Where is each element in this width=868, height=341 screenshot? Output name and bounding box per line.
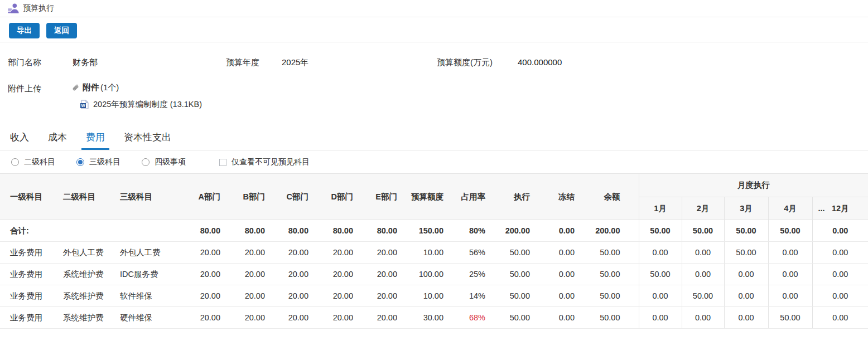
cell: 0.00 bbox=[768, 264, 812, 285]
table-row: 业务费用系统维护费软件维保20.0020.0020.0020.0020.0010… bbox=[0, 285, 868, 307]
cell: 0.00 bbox=[812, 264, 868, 285]
cell: 50.00 bbox=[639, 220, 682, 242]
cell: 系统维护费 bbox=[57, 285, 114, 307]
checkbox-label: 仅查看不可见预见科目 bbox=[232, 157, 310, 167]
cell: 150.00 bbox=[404, 220, 450, 242]
cell: 20.00 bbox=[315, 307, 360, 329]
cell: 50.00 bbox=[581, 264, 639, 285]
cell: 50.00 bbox=[682, 285, 724, 307]
cell: IDC服务费 bbox=[114, 264, 179, 285]
cell: 20.00 bbox=[315, 285, 360, 307]
cell: 200.00 bbox=[581, 220, 639, 242]
cell: 20.00 bbox=[360, 307, 404, 329]
paperclip-icon bbox=[71, 84, 80, 92]
col-level2-subject: 二级科目 bbox=[57, 174, 114, 220]
col-month-1: 1月 bbox=[639, 197, 682, 220]
cell: 50.00 bbox=[492, 307, 537, 329]
radio-level4-item[interactable]: 四级事项 bbox=[142, 157, 186, 167]
cell: 80.00 bbox=[315, 220, 360, 242]
cell: 20.00 bbox=[272, 285, 315, 307]
radio-level3-subject[interactable]: 三级科目 bbox=[76, 157, 120, 167]
cell: 20.00 bbox=[227, 285, 272, 307]
col-budget-amount: 预算额度 bbox=[404, 174, 450, 220]
budget-table: 一级科目 二级科目 三级科目 A部门 B部门 C部门 D部门 E部门 预算额度 … bbox=[0, 173, 868, 329]
cell: 50.00 bbox=[724, 242, 768, 264]
table-body: 合计:80.0080.0080.0080.0080.00150.0080%200… bbox=[0, 220, 868, 329]
cell: 20.00 bbox=[272, 242, 315, 264]
svg-text:W: W bbox=[81, 103, 85, 108]
cell bbox=[57, 220, 114, 242]
category-tabbar: 收入 成本 费用 资本性支出 bbox=[0, 124, 868, 150]
cell: 0.00 bbox=[639, 307, 682, 329]
cell: 20.00 bbox=[227, 307, 272, 329]
detail-form: 部门名称 财务部 预算年度 2025年 预算额度(万元) 400.000000 … bbox=[0, 42, 868, 124]
cell: 外包人工费 bbox=[114, 242, 179, 264]
cell: 外包人工费 bbox=[57, 242, 114, 264]
cell: 80% bbox=[450, 220, 492, 242]
tab-income[interactable]: 收入 bbox=[6, 131, 33, 150]
cell: 0.00 bbox=[639, 285, 682, 307]
cell: 系统维护费 bbox=[57, 307, 114, 329]
cell: 14% bbox=[450, 285, 492, 307]
back-button[interactable]: 返回 bbox=[46, 23, 77, 38]
cell: 25% bbox=[450, 264, 492, 285]
col-month-12: ... 12月 bbox=[812, 197, 868, 220]
table-row: 业务费用系统维护费IDC服务费20.0020.0020.0020.0020.00… bbox=[0, 264, 868, 285]
cell: 0.00 bbox=[537, 307, 581, 329]
attachment-upload-label: 附件上传 bbox=[8, 84, 41, 94]
export-button[interactable]: 导出 bbox=[9, 23, 40, 38]
cell: 50.00 bbox=[581, 242, 639, 264]
tab-capital-expenditure[interactable]: 资本性支出 bbox=[119, 131, 176, 150]
tab-expense[interactable]: 费用 bbox=[81, 131, 109, 150]
cell: 0.00 bbox=[768, 285, 812, 307]
cell: 20.00 bbox=[272, 307, 315, 329]
attachment-count: (1个) bbox=[100, 82, 119, 93]
cell: 20.00 bbox=[315, 242, 360, 264]
cell: 50.00 bbox=[492, 242, 537, 264]
cell: 20.00 bbox=[179, 264, 227, 285]
cell: 50.00 bbox=[768, 307, 812, 329]
cell: 100.00 bbox=[404, 264, 450, 285]
table-row: 业务费用系统维护费硬件维保20.0020.0020.0020.0020.0030… bbox=[0, 307, 868, 329]
attachment-summary[interactable]: 附件(1个) bbox=[71, 82, 119, 93]
table-row: 业务费用外包人工费外包人工费20.0020.0020.0020.0020.001… bbox=[0, 242, 868, 264]
table-header: 一级科目 二级科目 三级科目 A部门 B部门 C部门 D部门 E部门 预算额度 … bbox=[0, 174, 868, 220]
attachment-file-link[interactable]: W 2025年预算编制制度 (13.1KB) bbox=[80, 99, 202, 110]
col-month-4: 4月 bbox=[768, 197, 812, 220]
dept-name-value: 财务部 bbox=[73, 57, 98, 68]
radio-label: 三级科目 bbox=[89, 157, 120, 167]
cell: 50.00 bbox=[492, 264, 537, 285]
cell bbox=[114, 220, 179, 242]
person-icon bbox=[7, 2, 20, 14]
radio-icon bbox=[142, 158, 150, 166]
radio-label: 二级科目 bbox=[24, 157, 55, 167]
col-occupancy-rate: 占用率 bbox=[450, 174, 492, 220]
months-ellipsis: ... bbox=[818, 204, 825, 213]
radio-level2-subject[interactable]: 二级科目 bbox=[11, 157, 55, 167]
cell: 50.00 bbox=[682, 220, 724, 242]
cell: 50.00 bbox=[581, 307, 639, 329]
tab-cost[interactable]: 成本 bbox=[44, 131, 71, 150]
cell: 0.00 bbox=[639, 242, 682, 264]
cell: 80.00 bbox=[360, 220, 404, 242]
cell: 业务费用 bbox=[0, 264, 57, 285]
budget-year-label: 预算年度 bbox=[226, 57, 259, 68]
cell: 10.00 bbox=[404, 242, 450, 264]
cell: 0.00 bbox=[537, 242, 581, 264]
col-balance: 余额 bbox=[581, 174, 639, 220]
cell: 0.00 bbox=[537, 285, 581, 307]
cell: 20.00 bbox=[179, 242, 227, 264]
radio-label: 四级事项 bbox=[155, 157, 186, 167]
cell: 20.00 bbox=[360, 242, 404, 264]
cell: 合计: bbox=[0, 220, 57, 242]
cell: 20.00 bbox=[227, 242, 272, 264]
col-dept-e: E部门 bbox=[360, 174, 404, 220]
col-dept-b: B部门 bbox=[227, 174, 272, 220]
cell: 0.00 bbox=[537, 220, 581, 242]
col-dept-d: D部门 bbox=[315, 174, 360, 220]
cell: 68% bbox=[450, 307, 492, 329]
checkbox-only-invisible-subjects[interactable]: 仅查看不可见预见科目 bbox=[219, 157, 310, 167]
total-row: 合计:80.0080.0080.0080.0080.00150.0080%200… bbox=[0, 220, 868, 242]
radio-icon bbox=[11, 158, 19, 166]
cell: 0.00 bbox=[724, 285, 768, 307]
